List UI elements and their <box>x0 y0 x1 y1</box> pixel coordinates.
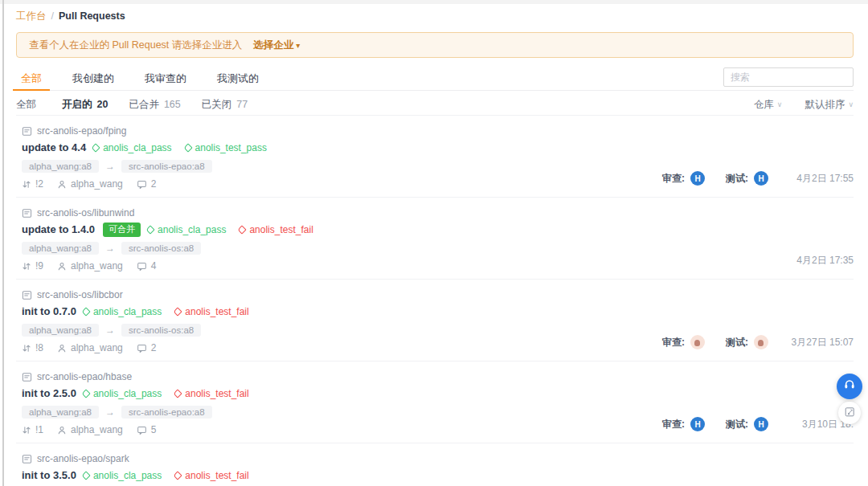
user-icon <box>57 343 67 353</box>
pr-ref: !1 <box>35 424 43 435</box>
pr-labels: anolis_cla_passanolis_test_fail <box>83 470 249 481</box>
item-right-meta: 审查: H 测试: H 4月2日 17:55 <box>662 171 854 186</box>
repo-row: src-anolis-os/libunwind <box>22 207 854 218</box>
pr-author-group[interactable]: alpha_wang <box>57 342 123 353</box>
pull-request-item[interactable]: src-anolis-os/libunwind update to 1.4.0 … <box>16 198 854 280</box>
source-branch-chip: alpha_wang:a8 <box>22 324 99 337</box>
customer-service-button[interactable] <box>837 374 862 399</box>
pr-title[interactable]: init to 2.5.0 <box>22 387 76 399</box>
pr-label-text: anolis_test_pass <box>195 142 267 153</box>
pull-request-item[interactable]: src-anolis-epao/hbase init to 2.5.0 anol… <box>16 361 854 443</box>
repo-name[interactable]: src-anolis-os/libcbor <box>37 289 123 300</box>
pr-author: alpha_wang <box>71 178 123 190</box>
breadcrumb-workbench-link[interactable]: 工作台 <box>16 10 47 23</box>
tag-icon <box>81 307 90 316</box>
pr-label-text: anolis_test_fail <box>185 306 248 317</box>
repo-name[interactable]: src-anolis-epao/fping <box>37 125 126 137</box>
feedback-edit-button[interactable] <box>838 402 861 424</box>
banner-message: 查看个人在企业的 Pull Request 请选择企业进入 <box>29 39 242 52</box>
pr-label[interactable]: anolis_test_pass <box>185 142 267 153</box>
review-group: 审查: H <box>662 171 705 186</box>
test-group: 测试: H <box>726 171 768 186</box>
filter-label: 开启的 <box>62 98 92 112</box>
pull-request-item[interactable]: src-anolis-os/libcbor init to 0.7.0 anol… <box>16 280 854 361</box>
pr-ref-group[interactable]: !9 <box>22 260 43 272</box>
pr-author-group[interactable]: alpha_wang <box>57 424 123 435</box>
item-right-meta: 审查: 测试: 3月27日 15:07 <box>662 335 854 349</box>
pr-label[interactable]: anolis_cla_pass <box>83 470 162 481</box>
repo-name[interactable]: src-anolis-epao/hbase <box>37 371 132 382</box>
pr-label[interactable]: anolis_cla_pass <box>147 224 226 235</box>
merge-request-icon <box>22 261 31 272</box>
arrow-right-icon: → <box>105 243 115 254</box>
pr-date: 3月27日 15:07 <box>789 336 854 349</box>
pr-ref-group[interactable]: !1 <box>22 424 43 435</box>
comment-icon <box>137 425 147 435</box>
pr-comments-count: 2 <box>151 342 157 353</box>
repo-filter-dropdown[interactable]: 仓库 ∨ <box>754 98 783 112</box>
tester-avatar[interactable]: H <box>754 171 768 186</box>
tester-avatar[interactable]: H <box>754 417 768 431</box>
pr-label[interactable]: anolis_cla_pass <box>83 388 162 399</box>
pr-comments-count: 2 <box>151 178 157 190</box>
pr-title[interactable]: init to 0.7.0 <box>22 305 76 317</box>
repo-row: src-anolis-os/libcbor <box>22 289 854 300</box>
reviewer-avatar[interactable]: H <box>690 417 705 431</box>
tester-avatar[interactable] <box>754 335 768 349</box>
pr-title[interactable]: init to 3.5.0 <box>22 469 76 481</box>
pr-labels: anolis_cla_passanolis_test_pass <box>92 142 267 153</box>
pr-ref-group[interactable]: !8 <box>22 342 43 353</box>
pr-comments-group[interactable]: 2 <box>137 342 157 353</box>
pr-date: 4月2日 17:55 <box>789 172 854 186</box>
chevron-down-icon: ∨ <box>848 100 854 108</box>
filter-closed[interactable]: 已关闭 77 <box>202 98 248 112</box>
test-label: 测试: <box>726 172 748 186</box>
pr-label[interactable]: anolis_cla_pass <box>92 142 171 153</box>
test-group: 测试: <box>726 335 768 349</box>
filter-right-toolbar: 仓库 ∨ 默认排序 ∨ <box>754 98 854 112</box>
comment-icon <box>137 343 147 353</box>
pr-label[interactable]: anolis_test_fail <box>174 470 248 481</box>
tag-icon <box>174 389 182 398</box>
pr-author-group[interactable]: alpha_wang <box>57 260 123 272</box>
target-branch-chip: src-anolis-epao:a8 <box>121 160 212 173</box>
pr-label[interactable]: anolis_test_fail <box>174 388 248 399</box>
tab-reviewed-by-me[interactable]: 我审查的 <box>140 67 191 90</box>
pr-comments-group[interactable]: 4 <box>137 260 157 272</box>
tab-all[interactable]: 全部 <box>16 67 47 90</box>
select-enterprise-dropdown[interactable]: 选择企业 ▾ <box>253 39 300 52</box>
tab-created-by-me[interactable]: 我创建的 <box>68 67 119 90</box>
tab-tested-by-me[interactable]: 我测试的 <box>212 67 264 90</box>
source-branch-chip: alpha_wang:a8 <box>22 406 99 419</box>
pr-labels: anolis_cla_passanolis_test_fail <box>83 306 249 317</box>
filter-merged[interactable]: 已合并 165 <box>129 98 180 112</box>
repo-filter-label: 仓库 <box>754 98 774 112</box>
pull-request-item[interactable]: src-anolis-epao/fping update to 4.4 anol… <box>16 116 854 198</box>
pr-comments-group[interactable]: 2 <box>137 178 157 190</box>
pull-request-item[interactable]: src-anolis-epao/spark init to 3.5.0 anol… <box>16 443 854 486</box>
merge-request-icon <box>22 343 31 353</box>
pr-author-group[interactable]: alpha_wang <box>57 178 123 190</box>
pr-label-text: anolis_cla_pass <box>158 224 226 235</box>
reviewer-avatar[interactable] <box>690 335 705 349</box>
reviewer-avatar[interactable]: H <box>690 171 705 186</box>
repo-icon <box>22 290 32 300</box>
pr-title[interactable]: update to 4.4 <box>22 141 86 153</box>
pr-comments-count: 4 <box>151 260 157 272</box>
repo-name[interactable]: src-anolis-epao/spark <box>37 453 129 464</box>
pr-label[interactable]: anolis_test_fail <box>239 224 313 235</box>
search-input[interactable] <box>723 67 854 87</box>
filter-open[interactable]: 开启的 20 <box>62 98 108 112</box>
sort-dropdown[interactable]: 默认排序 ∨ <box>805 98 854 112</box>
pr-comments-group[interactable]: 5 <box>137 424 157 435</box>
filter-all[interactable]: 全部 <box>16 98 41 112</box>
repo-name[interactable]: src-anolis-os/libunwind <box>37 207 134 218</box>
test-label: 测试: <box>726 418 748 431</box>
pr-list: src-anolis-epao/fping update to 4.4 anol… <box>16 115 854 486</box>
pr-label[interactable]: anolis_cla_pass <box>83 306 162 317</box>
pr-label[interactable]: anolis_test_fail <box>174 306 248 317</box>
pr-ref-group[interactable]: !2 <box>22 178 43 190</box>
pr-label-text: anolis_test_fail <box>185 470 248 481</box>
pr-title[interactable]: update to 1.4.0 <box>22 223 95 235</box>
tag-icon <box>145 225 154 234</box>
